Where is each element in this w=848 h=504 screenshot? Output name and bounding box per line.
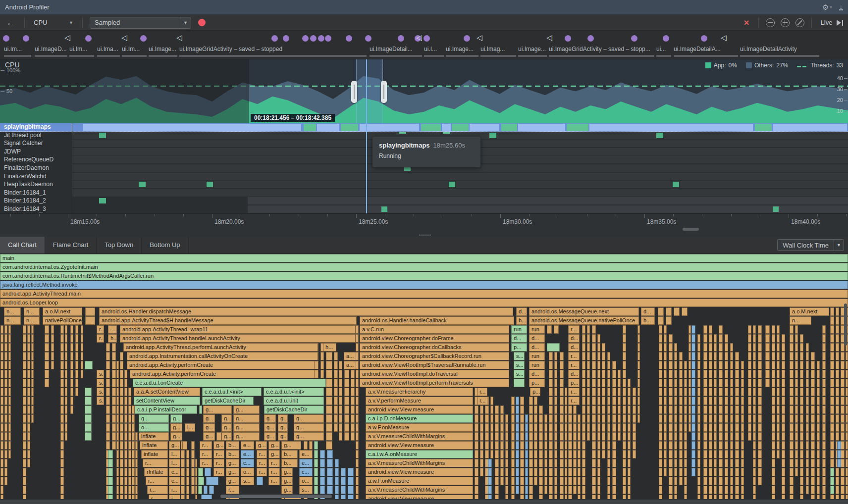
call-chart-block[interactable]: android.os.Looper.loop bbox=[0, 299, 848, 307]
call-chart-block[interactable] bbox=[811, 361, 815, 369]
call-chart-block[interactable] bbox=[846, 459, 848, 467]
call-chart-block[interactable] bbox=[703, 361, 707, 369]
call-chart-block[interactable] bbox=[27, 343, 30, 352]
call-chart-block[interactable] bbox=[116, 388, 119, 396]
call-chart-block[interactable] bbox=[806, 423, 809, 432]
call-chart-block[interactable] bbox=[597, 414, 600, 423]
call-chart-block[interactable] bbox=[684, 405, 687, 414]
call-chart-block[interactable] bbox=[597, 450, 600, 458]
call-chart-block[interactable] bbox=[116, 414, 119, 423]
call-chart-block[interactable] bbox=[795, 432, 798, 441]
call-chart-block[interactable] bbox=[674, 397, 677, 405]
call-chart-block[interactable] bbox=[60, 432, 64, 441]
call-chart-block[interactable] bbox=[679, 450, 683, 458]
call-chart-block[interactable] bbox=[8, 325, 11, 334]
call-chart-block[interactable] bbox=[520, 432, 524, 441]
call-chart-block[interactable] bbox=[132, 414, 135, 423]
call-chart-block[interactable] bbox=[725, 334, 728, 343]
call-chart-block[interactable] bbox=[27, 388, 30, 396]
call-chart-block[interactable]: a.v.V.performMeasure bbox=[366, 397, 473, 405]
call-chart-block[interactable] bbox=[505, 414, 508, 423]
call-chart-block[interactable] bbox=[124, 441, 127, 450]
call-chart-block[interactable] bbox=[485, 423, 489, 432]
call-chart-block[interactable] bbox=[735, 468, 739, 476]
go-live-button[interactable] bbox=[837, 20, 844, 26]
call-chart-block[interactable] bbox=[841, 459, 845, 467]
call-chart-block[interactable] bbox=[529, 432, 533, 441]
call-chart-block[interactable] bbox=[836, 352, 839, 360]
call-chart-block[interactable] bbox=[612, 370, 616, 378]
call-chart-block[interactable] bbox=[836, 477, 839, 485]
call-chart-block[interactable] bbox=[689, 379, 691, 387]
call-chart-block[interactable] bbox=[587, 379, 590, 387]
call-chart-block[interactable] bbox=[790, 361, 794, 369]
call-chart-block[interactable] bbox=[730, 423, 733, 432]
call-chart-block[interactable] bbox=[485, 414, 489, 423]
call-chart-block[interactable] bbox=[714, 441, 717, 450]
call-chart-block[interactable] bbox=[846, 388, 848, 396]
call-chart-block[interactable] bbox=[568, 414, 572, 423]
call-chart-block[interactable] bbox=[70, 388, 73, 396]
call-chart-block[interactable]: g... bbox=[294, 423, 324, 432]
call-chart-block[interactable] bbox=[741, 405, 744, 414]
call-chart-block[interactable] bbox=[578, 495, 581, 499]
call-chart-block[interactable] bbox=[597, 361, 600, 369]
call-chart-block[interactable] bbox=[549, 361, 553, 369]
call-chart-block[interactable] bbox=[689, 361, 691, 369]
call-chart-block[interactable] bbox=[480, 414, 483, 423]
call-chart-block[interactable] bbox=[714, 477, 717, 485]
call-chart-block[interactable] bbox=[554, 468, 557, 476]
call-chart-block[interactable] bbox=[106, 432, 110, 441]
call-chart-block[interactable] bbox=[27, 432, 30, 441]
call-chart-block[interactable] bbox=[782, 343, 785, 352]
call-chart-block[interactable] bbox=[320, 477, 325, 485]
call-chart-block[interactable] bbox=[679, 468, 683, 476]
call-chart-block[interactable] bbox=[529, 459, 533, 467]
call-chart-block[interactable] bbox=[124, 495, 127, 499]
call-chart-block[interactable] bbox=[23, 432, 26, 441]
call-chart-block[interactable] bbox=[725, 352, 728, 360]
call-chart-block[interactable]: r... bbox=[200, 459, 212, 467]
call-chart-block[interactable] bbox=[480, 441, 483, 450]
call-chart-block[interactable] bbox=[116, 370, 119, 378]
call-chart-block[interactable] bbox=[85, 361, 93, 369]
call-chart-block[interactable] bbox=[85, 414, 92, 423]
call-chart-block[interactable] bbox=[709, 361, 712, 369]
call-chart-block[interactable]: r... bbox=[257, 468, 267, 476]
call-chart-block[interactable] bbox=[534, 450, 537, 458]
call-chart-block[interactable] bbox=[60, 388, 64, 396]
call-chart-block[interactable] bbox=[495, 486, 499, 494]
call-chart-block[interactable] bbox=[782, 379, 785, 387]
call-chart-block[interactable] bbox=[108, 486, 113, 494]
call-chart-block[interactable]: android.os.MessageQueue.nativePollOnce bbox=[529, 316, 639, 325]
call-chart-block[interactable] bbox=[664, 432, 667, 441]
call-chart-block[interactable] bbox=[534, 441, 537, 450]
tab-top-down[interactable]: Top Down bbox=[97, 237, 142, 253]
call-chart-block[interactable] bbox=[500, 423, 504, 432]
call-chart-block[interactable] bbox=[730, 388, 733, 396]
call-chart-block[interactable] bbox=[612, 477, 616, 485]
call-chart-block[interactable] bbox=[60, 379, 64, 387]
call-chart-block[interactable] bbox=[549, 423, 553, 432]
call-chart-block[interactable] bbox=[623, 414, 626, 423]
call-chart-block[interactable] bbox=[516, 414, 519, 423]
call-chart-block[interactable] bbox=[348, 486, 354, 494]
call-chart-block[interactable] bbox=[602, 423, 605, 432]
call-chart-block[interactable] bbox=[356, 459, 359, 467]
call-chart-block[interactable] bbox=[691, 352, 695, 360]
call-chart-block[interactable] bbox=[351, 405, 355, 414]
call-chart-block[interactable] bbox=[689, 405, 691, 414]
call-chart-block[interactable]: d... bbox=[641, 307, 655, 316]
call-chart-block[interactable] bbox=[830, 468, 834, 476]
call-chart-block[interactable] bbox=[772, 361, 775, 369]
call-chart-block[interactable] bbox=[782, 397, 785, 405]
call-chart-block[interactable]: h... bbox=[516, 316, 527, 325]
call-chart-block[interactable] bbox=[623, 405, 626, 414]
call-chart-block[interactable] bbox=[128, 486, 131, 494]
call-chart-block[interactable] bbox=[31, 379, 34, 387]
call-chart-block[interactable] bbox=[714, 388, 717, 396]
call-chart-block[interactable] bbox=[817, 486, 820, 494]
call-chart-block[interactable] bbox=[124, 459, 127, 467]
call-chart-block[interactable] bbox=[549, 397, 553, 405]
call-chart-block[interactable] bbox=[691, 405, 695, 414]
